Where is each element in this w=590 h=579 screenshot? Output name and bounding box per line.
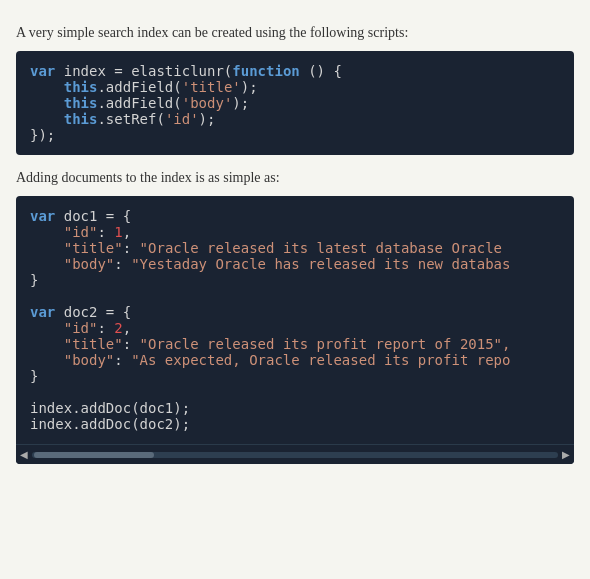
scroll-left-arrow[interactable]: ◀ — [20, 449, 28, 460]
code-block-2[interactable]: var doc1 = { "id": 1, "title": "Oracle r… — [16, 196, 574, 464]
scroll-thumb[interactable] — [34, 452, 154, 458]
intro-text-1: A very simple search index can be create… — [16, 22, 574, 43]
scroll-right-arrow[interactable]: ▶ — [562, 449, 570, 460]
scroll-track[interactable] — [32, 452, 558, 458]
horizontal-scrollbar[interactable]: ◀ ▶ — [16, 444, 574, 464]
code-content-1: var index = elasticlunr(function () { th… — [30, 63, 560, 143]
code-block-1: var index = elasticlunr(function () { th… — [16, 51, 574, 155]
intro-text-2: Adding documents to the index is as simp… — [16, 167, 574, 188]
code-content-2: var doc1 = { "id": 1, "title": "Oracle r… — [30, 208, 560, 432]
